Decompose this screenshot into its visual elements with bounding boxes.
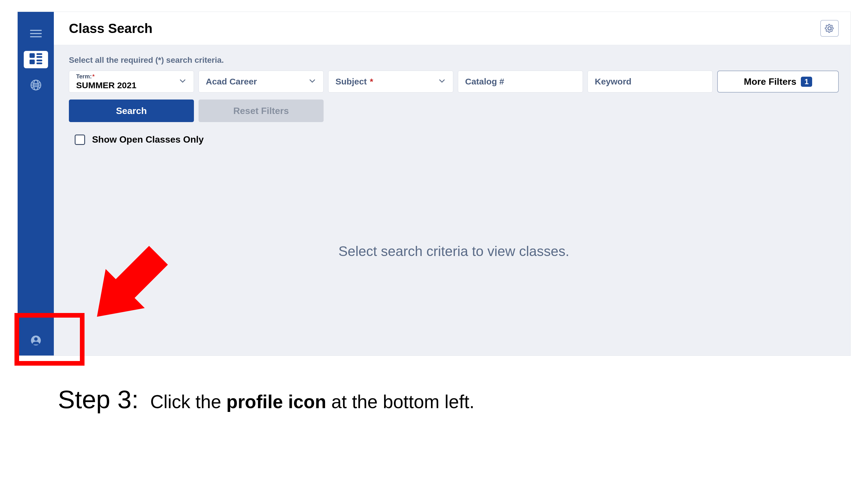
acad-career-dropdown[interactable]: Acad Career [198, 71, 323, 93]
header-bar: Class Search [54, 12, 850, 45]
empty-state-message: Select search criteria to view classes. [69, 243, 839, 259]
term-label: Term: [76, 73, 92, 79]
main-area: Class Search Select all the required (*)… [54, 12, 850, 356]
more-filters-label: More Filters [744, 76, 796, 87]
term-value: SUMMER 2021 [76, 80, 136, 90]
filter-count-badge: 1 [801, 77, 812, 87]
term-dropdown[interactable]: Term:* SUMMER 2021 [69, 71, 194, 93]
step-text: Click the profile icon at the bottom lef… [150, 391, 474, 413]
svg-rect-5 [36, 63, 42, 64]
chevron-down-icon [308, 77, 316, 86]
keyword-placeholder: Keyword [595, 77, 631, 87]
dashboard-icon [30, 53, 42, 66]
catalog-input[interactable]: Catalog # [458, 71, 583, 93]
subject-label: Subject [336, 77, 367, 86]
search-button[interactable]: Search [69, 99, 194, 122]
filter-row: Term:* SUMMER 2021 Acad Career [69, 71, 839, 93]
required-star: * [367, 77, 373, 86]
open-classes-label: Show Open Classes Only [92, 134, 204, 145]
app-frame: Class Search Select all the required (*)… [18, 11, 850, 356]
svg-point-10 [34, 337, 38, 341]
svg-rect-3 [30, 60, 35, 64]
sidebar-menu-button[interactable] [18, 21, 54, 46]
svg-rect-0 [30, 53, 35, 58]
caption-area: Step 3: Click the profile icon at the bo… [18, 356, 850, 414]
gear-icon [824, 23, 835, 34]
step-label: Step 3: [58, 385, 138, 414]
search-instruction: Select all the required (*) search crite… [69, 56, 839, 65]
page-title: Class Search [69, 21, 153, 36]
required-star: * [92, 73, 95, 79]
svg-rect-4 [36, 60, 42, 61]
settings-button[interactable] [820, 20, 839, 37]
sidebar [18, 12, 54, 356]
sidebar-profile-button[interactable] [18, 327, 54, 356]
keyword-input[interactable]: Keyword [588, 71, 713, 93]
profile-icon [31, 335, 41, 347]
catalog-placeholder: Catalog # [465, 77, 504, 87]
svg-rect-2 [36, 56, 42, 58]
more-filters-button[interactable]: More Filters 1 [717, 71, 839, 93]
acad-career-label: Acad Career [206, 77, 257, 87]
chevron-down-icon [438, 77, 446, 86]
reset-filters-button[interactable]: Reset Filters [198, 99, 323, 122]
chevron-down-icon [179, 77, 187, 86]
action-row: Search Reset Filters [69, 99, 839, 122]
globe-icon [30, 79, 42, 92]
subject-dropdown[interactable]: Subject * [328, 71, 453, 93]
sidebar-dashboard-button[interactable] [18, 46, 54, 73]
hamburger-icon [30, 30, 42, 37]
content-area: Select all the required (*) search crite… [54, 45, 850, 356]
sidebar-globe-button[interactable] [18, 73, 54, 99]
open-classes-checkbox[interactable] [75, 134, 85, 145]
svg-rect-1 [36, 53, 42, 55]
open-classes-row[interactable]: Show Open Classes Only [69, 134, 839, 145]
